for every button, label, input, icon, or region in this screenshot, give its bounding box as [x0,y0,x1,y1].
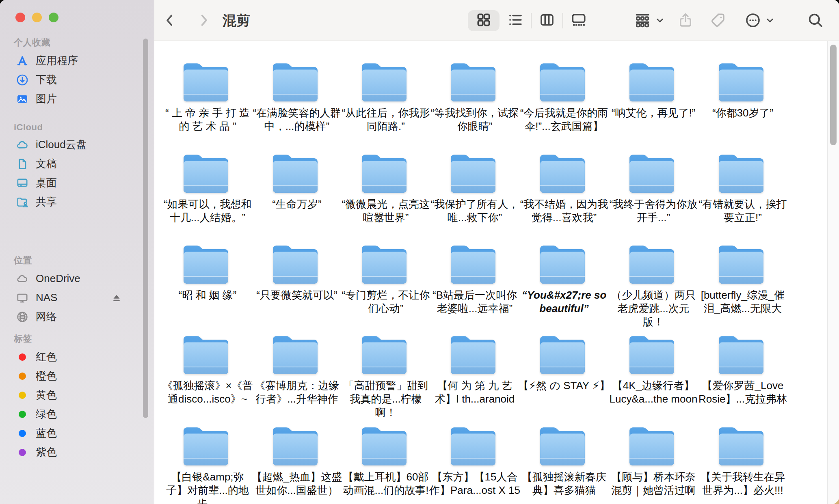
folder-icon [359,60,409,102]
folder-label: “等我找到你，试探你眼睛” [428,106,521,133]
sidebar-item[interactable]: iCloud云盘 [0,135,154,154]
sidebar-section-header: iCloud [0,118,154,135]
folder-item[interactable]: 【东方】【15人合作】Para...ost X 15 [428,424,518,497]
finder-window: 个人收藏应用程序下载图片iCloudiCloud云盘文稿桌面共享位置OneDri… [0,0,839,504]
tag-button[interactable] [707,10,729,31]
list-view-button[interactable] [500,10,531,31]
icon-view-button[interactable] [468,10,500,31]
column-view-button[interactable] [531,10,563,31]
folder-item[interactable]: 【⚡然 の STAY ⚡】 [518,333,607,392]
folder-item[interactable]: 【白银&amp;弥子】对前辈...的地步。 [161,424,251,504]
folder-item[interactable]: 【超燃_热血】这盛世如你...国盛世） [251,424,340,497]
folder-item[interactable]: “我终于舍得为你放开手...” [607,151,696,224]
sidebar-item[interactable]: 蓝色 [0,424,154,443]
folder-label: “有错就要认，挨打要立正!” [696,198,789,224]
folder-label: “我不结婚，因为我觉得...喜欢我” [518,198,610,224]
folder-label: “专门剪烂，不让你们心动” [339,289,432,315]
folder-item[interactable]: 【孤独摇滚新春庆典】喜多猫猫 [518,424,607,497]
column-view-icon [538,11,556,30]
sidebar-section-header: 标签 [0,329,154,347]
gallery-view-button[interactable] [563,10,595,31]
folder-grid-area: “ 上 帝 亲 手 打 造 的 艺 术 品 ”“在满脸笑容的人群中，...的模样… [154,41,839,504]
sidebar-item[interactable]: 应用程序 [0,51,154,70]
folder-icon [359,242,409,284]
folder-item[interactable]: “如果可以，我想和十几...人结婚。” [161,151,251,224]
folder-item[interactable]: [butterfly_综漫_催泪_高燃...无限大 [696,242,786,315]
sidebar-item[interactable]: NAS [0,288,154,307]
search-button[interactable] [805,10,826,31]
shared-icon [15,195,29,209]
tag-icon [709,12,727,29]
folder-item[interactable]: （少儿频道）两只老虎爱跳...次元版！ [607,242,696,329]
sidebar-item[interactable]: OneDrive [0,269,154,288]
folder-item[interactable]: “从此往后，你我形同陌路.” [339,60,429,133]
folder-item[interactable]: 【爱你罗茜_Love Rosie】...克拉弗林 [696,333,786,406]
sidebar-item[interactable]: 网络 [0,307,154,326]
sidebar-item-label: 图片 [36,92,57,106]
folder-item[interactable]: “等我找到你，试探你眼睛” [428,60,518,133]
folder-icon [538,151,587,194]
folder-item[interactable]: 【何 为 第 九 艺 术】I th...aranoid [428,333,518,406]
folder-item[interactable]: “呐艾伦，再见了!” [607,60,696,120]
sidebar-item[interactable]: 红色 [0,347,154,366]
sidebar-item[interactable]: 绿色 [0,405,154,424]
folder-icon [270,424,320,466]
folder-item[interactable]: “专门剪烂，不让你们心动” [339,242,429,315]
folder-item[interactable]: “你都30岁了” [696,60,786,120]
folder-item[interactable]: 《孤独摇滚》×《普通disco...isco》~ [161,333,251,406]
folder-item[interactable]: 【戴上耳机】60部动画混...们的故事! [339,424,429,497]
folder-item[interactable]: 【关于我转生在异世界为...】必火!!! [696,424,786,497]
folder-item[interactable]: “我保护了所有人，唯...救下你” [428,151,518,224]
chevron-right-icon [196,12,212,28]
share-button[interactable] [675,10,696,31]
minimize-button[interactable] [32,13,42,22]
sidebar-item[interactable]: 黄色 [0,386,154,405]
sidebar-scrollbar-thumb[interactable] [143,39,148,418]
folder-item[interactable]: “昭 和 姻 缘” [161,242,251,302]
sidebar-item-label: 共享 [36,195,57,209]
folder-item[interactable]: “只要微笑就可以” [251,242,340,302]
view-mode-switcher [468,10,595,31]
folder-label: 【超燃_热血】这盛世如你...国盛世） [251,470,343,497]
folder-item[interactable]: “B站最后一次叫你老婆啦...远幸福” [428,242,518,315]
scrollbar-thumb[interactable] [830,45,837,145]
folder-item[interactable]: “有错就要认，挨打要立正!” [696,151,786,224]
sidebar-item[interactable]: 共享 [0,192,154,211]
folder-item[interactable]: “今后我就是你的雨伞!”...玄武国篇】 [518,60,607,133]
pictures-icon [15,92,29,106]
tag-color-dot [19,392,26,399]
sidebar-item-label: 黄色 [36,388,57,402]
sidebar-item[interactable]: 文稿 [0,154,154,173]
folder-icon [627,242,677,284]
sidebar-item[interactable]: 橙色 [0,366,154,386]
sidebar-item[interactable]: 图片 [0,89,154,108]
folder-label: 【何 为 第 九 艺 术】I th...aranoid [428,379,521,406]
page-title: 混剪 [223,0,250,41]
sidebar-item[interactable]: 紫色 [0,443,154,462]
eject-icon[interactable] [111,292,122,304]
forward-button[interactable] [193,10,214,31]
folder-icon [538,242,587,284]
folder-label: “你都30岁了” [696,106,789,120]
folder-item[interactable]: “生命万岁” [251,151,340,211]
group-by-button[interactable] [630,10,668,31]
sidebar-item[interactable]: 桌面 [0,173,154,192]
close-button[interactable] [15,13,25,22]
folder-item[interactable]: 【顾与】桥本环奈混剪｜她曾活过啊 [607,424,696,497]
scrollbar-track[interactable] [827,41,839,504]
folder-item[interactable]: 《赛博朋克：边缘行者》...升华神作 [251,333,340,406]
folder-icon [538,333,587,375]
folder-item[interactable]: “在满脸笑容的人群中，...的模样” [251,60,340,133]
more-options-button[interactable] [741,10,778,31]
folder-item[interactable]: 「高甜预警」甜到我真的是...柠檬啊！ [339,333,429,419]
sidebar-item[interactable]: 下载 [0,70,154,89]
folder-item[interactable]: “You&#x27;re so beautiful” [518,242,607,315]
folder-item[interactable]: “微微晨光，点亮这喧嚣世界” [339,151,429,224]
folder-icon [181,151,231,194]
folder-item[interactable]: 【4K_边缘行者】Lucy&a...the moon [607,333,696,406]
zoom-button[interactable] [49,13,58,22]
folder-item[interactable]: “ 上 帝 亲 手 打 造 的 艺 术 品 ” [161,60,251,133]
back-button[interactable] [159,10,180,31]
group-view-icon [634,11,651,29]
folder-item[interactable]: “我不结婚，因为我觉得...喜欢我” [518,151,607,224]
